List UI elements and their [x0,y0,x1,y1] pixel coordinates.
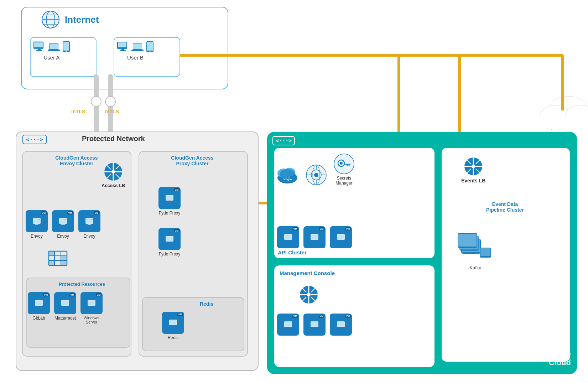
mgmt-vm-2: VM [303,314,326,336]
svg-rect-100 [170,320,176,325]
diagram-container: Internet User A User B mTLS mTLS <···> P… [0,0,588,383]
events-lb-label: Events LB [461,178,485,183]
api-hub-group [306,164,327,186]
redis-icon [168,318,178,328]
api-vm-icon-3 [336,232,346,242]
svg-rect-123 [311,235,318,239]
api-vm-icon-1 [283,232,293,242]
monitor-icon [33,41,46,52]
windows-icon [87,298,97,308]
envoy-label-2: Envoy [57,234,69,239]
svg-point-119 [340,162,343,165]
svg-rect-157 [458,234,477,247]
envoy-vm-3: VM Envoy [78,210,100,239]
fyde-proxy-2-icon [165,234,175,244]
fyde-proxy-1-group: VM Fyde Proxy [158,187,181,216]
sql-cloud-icon: SQL [276,164,299,186]
cloud-dots-icon: <···> [272,136,295,145]
mgmt-vm-box-2: VM [303,314,326,336]
mattermost-vm-box: VM [54,292,76,314]
envoy-vm-box-2: VM [52,210,74,232]
windows-vm-box: VM [80,292,103,314]
vm-icon-1 [31,216,42,227]
envoy-vm-2: VM Envoy [52,210,74,239]
mattermost-label: Mattermost [54,316,76,321]
redis-vm-box: VM [162,312,184,334]
svg-rect-98 [166,237,173,241]
user-b-devices [116,41,154,52]
mgmt-vm-box-3: VM [330,314,352,336]
svg-rect-39 [38,49,41,50]
redis-label: Redis [168,335,179,340]
internet-label: Internet [65,14,99,25]
mgmt-console-hub-group [299,285,318,304]
api-cluster-vms: VM VM VM [277,226,352,248]
secrets-manager-icon [333,153,355,175]
windows-label: WindowsServer [84,316,100,324]
secrets-manager-group: SecretsManager [333,153,355,186]
events-lb-hub-icon [464,157,483,176]
svg-rect-121 [285,235,291,239]
envoy-vm-box-1: VM [26,210,48,232]
user-b-box: User B [116,41,154,61]
svg-rect-94 [88,301,95,305]
protected-resources-vms: VM GitLab VM Mattermost VM WindowsServer [28,292,103,324]
svg-rect-29 [540,116,588,128]
svg-marker-12 [276,201,281,206]
svg-point-28 [566,105,588,126]
svg-point-10 [105,97,115,107]
api-vm-3: VM [330,226,352,248]
windows-vm: VM WindowsServer [80,292,103,324]
svg-rect-53 [133,43,142,49]
fyde-proxy-2-label: Fyde Proxy [159,252,181,257]
svg-rect-19 [139,151,248,356]
svg-point-26 [548,96,588,125]
access-lb-group: Access LB [102,162,125,188]
secrets-manager-label: SecretsManager [335,176,352,186]
laptop-icon [48,42,60,52]
svg-point-9 [91,97,101,107]
svg-rect-87 [49,260,54,265]
svg-rect-46 [63,42,69,51]
gitlab-icon [34,298,44,308]
mtls-label-2: mTLS [105,109,119,114]
vm-icon-3 [84,216,95,227]
svg-point-108 [314,173,318,177]
kafka-label: Kafka [469,265,481,270]
svg-point-105 [280,169,295,179]
user-a-box: User A [33,41,71,61]
monitor-icon-b [116,41,129,52]
user-b-label: User B [127,55,144,61]
mgmt-vm-box-1: VM [277,314,299,336]
fyde-proxy-1-label: Fyde Proxy [159,211,181,216]
mgmt-vm-icon-2 [309,320,319,330]
svg-rect-96 [166,196,173,200]
envoy-label-1: Envoy [31,234,42,239]
kafka-group: Kafka [458,228,493,270]
svg-rect-54 [131,50,144,51]
svg-marker-16 [60,273,65,278]
mgmt-vm-1: VM [277,314,299,336]
vm-icon-2 [58,216,68,227]
svg-rect-74 [61,224,65,225]
svg-rect-49 [121,49,124,50]
api-cluster-title: API Cluster [278,249,307,255]
svg-point-57 [150,51,151,52]
api-vm-1: VM [277,226,299,248]
fyde-proxy-1-icon [165,193,175,203]
internet-section: Internet [41,10,99,30]
fyde-proxy-2-group: VM Fyde Proxy [158,228,181,257]
api-cluster-icons-row: SQL [276,153,355,186]
svg-rect-40 [36,50,42,51]
tablet-icon-b [146,41,154,52]
api-vm-box-1: VM [277,226,299,248]
proxy-cluster-title: CloudGen AccessProxy Cluster [142,155,242,166]
svg-point-71 [38,219,40,220]
api-vm-icon-2 [309,232,319,242]
svg-rect-88 [61,260,67,265]
redis-vm-group: VM Redis [162,312,184,340]
svg-rect-56 [147,42,153,51]
kafka-stack-icon [458,228,493,264]
events-lb-hub-group: Events LB [461,157,485,183]
user-a-devices [33,41,71,52]
